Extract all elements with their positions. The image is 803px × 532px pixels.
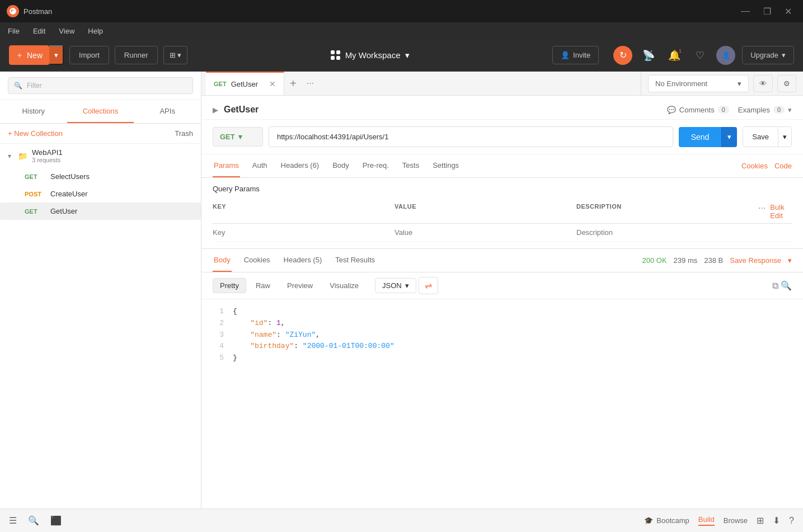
maximize-button[interactable]: ❐ <box>759 4 776 19</box>
search-bottom-icon[interactable]: 🔍 <box>28 515 39 526</box>
wrap-button[interactable]: ⇌ <box>419 277 438 294</box>
workspace-selector[interactable]: My Workspace ▾ <box>324 46 416 65</box>
menu-view[interactable]: View <box>58 25 76 37</box>
copy-button[interactable]: ⧉ <box>772 281 778 291</box>
help-icon[interactable]: ? <box>789 516 794 526</box>
collection-item[interactable]: ▾ 📁 WebAPI1 3 requests <box>0 144 201 168</box>
save-response-button[interactable]: Save Response <box>730 256 781 265</box>
format-tab-visualize[interactable]: Visualize <box>322 278 366 293</box>
build-tab[interactable]: Build <box>698 515 715 526</box>
request-item-createuser[interactable]: POST CreateUser <box>0 185 201 203</box>
json-linenum-5: 5 <box>213 352 224 364</box>
method-selector[interactable]: GET ▾ <box>213 127 263 147</box>
grid-icon[interactable]: ⊞ <box>757 515 764 526</box>
new-button[interactable]: ＋ New <box>9 45 49 65</box>
search-icon: 🔍 <box>14 82 22 90</box>
tab-close-icon[interactable]: ✕ <box>269 79 276 88</box>
search-container[interactable]: 🔍 Filter <box>8 77 193 94</box>
sidebar-tab-apis[interactable]: APIs <box>134 100 201 123</box>
req-tab-tests[interactable]: Tests <box>401 154 420 177</box>
radar-button[interactable]: 📡 <box>639 46 658 65</box>
runner-button[interactable]: Runner <box>115 46 158 64</box>
env-eye-button[interactable]: 👁 <box>753 75 773 92</box>
req-tab-settings[interactable]: Settings <box>431 154 460 177</box>
params-key-input[interactable] <box>213 228 395 237</box>
save-button[interactable]: Save <box>743 127 778 147</box>
request-item-getuser[interactable]: GET GetUser <box>0 203 201 220</box>
req-tab-auth[interactable]: Auth <box>251 154 269 177</box>
import-button[interactable]: Import <box>69 46 109 64</box>
method-badge-get-2: GET <box>25 208 45 215</box>
bootcamp-icon: 🎓 <box>644 516 653 525</box>
notification-button[interactable]: 🔔1 <box>665 46 684 65</box>
method-chevron-icon: ▾ <box>238 133 242 141</box>
examples-button[interactable]: Examples 0 ▾ <box>738 106 792 114</box>
menu-edit[interactable]: Edit <box>32 25 46 37</box>
save-response-dropdown-icon[interactable]: ▾ <box>788 256 792 265</box>
workspace-icon <box>331 50 341 60</box>
close-button[interactable]: ✕ <box>780 4 796 19</box>
url-input[interactable] <box>269 126 673 147</box>
expand-icon[interactable]: ▶ <box>213 106 218 114</box>
params-key-cell <box>213 228 395 237</box>
avatar[interactable]: 👤 <box>716 46 735 65</box>
add-tab-button[interactable]: + <box>284 77 302 90</box>
sidebar-toggle-icon[interactable]: ☰ <box>9 515 17 526</box>
request-item-selectusers[interactable]: GET SelectUsers <box>0 168 201 185</box>
request-name-selectusers: SelectUsers <box>50 172 90 181</box>
comments-button[interactable]: 💬 Comments 0 <box>667 106 729 114</box>
response-tab-body[interactable]: Body <box>213 249 232 272</box>
browse-tab[interactable]: Browse <box>724 516 748 525</box>
download-icon[interactable]: ⬇ <box>773 515 780 526</box>
sidebar-tab-history[interactable]: History <box>0 100 67 123</box>
code-link[interactable]: Code <box>774 162 792 170</box>
sidebar-tab-collections[interactable]: Collections <box>67 100 134 123</box>
format-tab-raw[interactable]: Raw <box>248 278 278 293</box>
more-tabs-button[interactable]: ··· <box>302 78 318 88</box>
req-tab-headers[interactable]: Headers (6) <box>280 154 321 177</box>
json-name-line: "name": "ZiYun", <box>233 329 320 341</box>
heart-button[interactable]: ♡ <box>691 46 710 65</box>
invite-button[interactable]: 👤 Invite <box>552 46 599 64</box>
search-response-button[interactable]: 🔍 <box>781 280 792 291</box>
format-type-selector[interactable]: JSON ▾ <box>375 278 416 293</box>
bulk-edit-button[interactable]: Bulk Edit <box>770 203 792 220</box>
upgrade-button[interactable]: Upgrade ▾ <box>742 46 794 64</box>
response-tab-headers[interactable]: Headers (5) <box>283 249 323 272</box>
env-gear-button[interactable]: ⚙ <box>777 75 796 92</box>
menu-help[interactable]: Help <box>87 25 104 37</box>
req-tab-body[interactable]: Body <box>331 154 350 177</box>
new-dropdown-button[interactable]: ▾ <box>49 45 64 65</box>
params-value-input[interactable] <box>395 228 576 237</box>
new-collection-button[interactable]: + New Collection <box>8 129 63 138</box>
save-dropdown-button[interactable]: ▾ <box>778 127 791 147</box>
response-tab-cookies[interactable]: Cookies <box>243 249 271 272</box>
params-desc-input[interactable] <box>576 228 758 237</box>
req-tab-params[interactable]: Params <box>213 154 240 177</box>
json-linenum-4: 4 <box>213 341 224 352</box>
request-tab-getuser[interactable]: GET GetUser ✕ <box>206 72 284 95</box>
response-tab-test-results[interactable]: Test Results <box>334 249 376 272</box>
format-type-label: JSON <box>382 281 402 290</box>
minimize-button[interactable]: — <box>736 4 754 19</box>
upgrade-label: Upgrade <box>750 51 778 59</box>
format-tab-pretty[interactable]: Pretty <box>213 278 246 293</box>
layout-button[interactable]: ⊞ ▾ <box>163 46 188 64</box>
response-time: 239 ms <box>674 256 698 265</box>
environment-selector[interactable]: No Environment ▾ <box>648 75 749 92</box>
sync-button[interactable]: ↻ <box>613 46 632 65</box>
send-dropdown-button[interactable]: ▾ <box>721 127 737 147</box>
bootcamp-button[interactable]: 🎓 Bootcamp <box>644 516 689 525</box>
format-tab-preview[interactable]: Preview <box>280 278 320 293</box>
params-row-empty <box>213 224 792 242</box>
send-button[interactable]: Send <box>679 127 722 147</box>
menu-file[interactable]: File <box>7 25 21 37</box>
url-bar: GET ▾ Send ▾ Save ▾ <box>201 120 803 154</box>
console-icon[interactable]: ⬛ <box>50 515 62 526</box>
json-linenum-2: 2 <box>213 318 224 329</box>
req-tab-prereq[interactable]: Pre-req. <box>361 154 390 177</box>
trash-button[interactable]: Trash <box>175 129 193 138</box>
comments-label: Comments <box>679 106 715 114</box>
json-line-5: 5 } <box>213 352 792 364</box>
cookies-link[interactable]: Cookies <box>741 162 768 170</box>
